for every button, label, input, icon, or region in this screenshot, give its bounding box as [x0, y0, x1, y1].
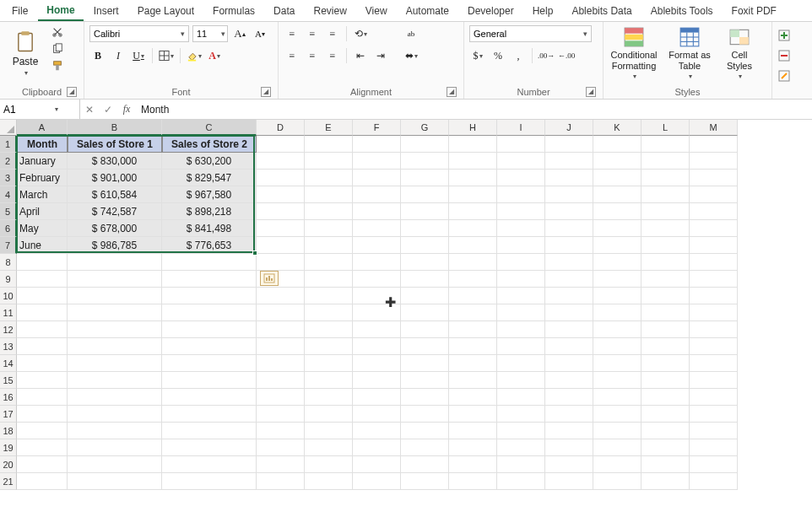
- column-header[interactable]: G: [401, 120, 449, 136]
- tab-home[interactable]: Home: [38, 1, 83, 21]
- cell[interactable]: [545, 439, 593, 456]
- cell[interactable]: [353, 203, 401, 220]
- cell[interactable]: [17, 423, 68, 439]
- cell[interactable]: May: [17, 220, 68, 237]
- cell[interactable]: [593, 389, 641, 406]
- row-header[interactable]: 12: [0, 321, 17, 338]
- cell[interactable]: [353, 220, 401, 237]
- cell[interactable]: [257, 473, 305, 490]
- cell[interactable]: [305, 389, 353, 406]
- cell[interactable]: [305, 170, 353, 186]
- row-header[interactable]: 14: [0, 355, 17, 372]
- enter-formula-icon[interactable]: ✓: [99, 104, 117, 116]
- cell[interactable]: [449, 355, 497, 372]
- cell[interactable]: [162, 254, 257, 271]
- cell[interactable]: [257, 321, 305, 338]
- cell[interactable]: [162, 355, 257, 372]
- cell[interactable]: [690, 321, 738, 338]
- cell[interactable]: [401, 170, 449, 186]
- tab-file[interactable]: File: [3, 2, 36, 20]
- accounting-format-button[interactable]: $▾: [469, 47, 486, 64]
- tab-foxit-pdf[interactable]: Foxit PDF: [723, 2, 785, 20]
- tab-view[interactable]: View: [357, 2, 396, 20]
- cell[interactable]: [641, 389, 690, 406]
- quick-analysis-button[interactable]: [260, 271, 279, 286]
- cell[interactable]: [17, 355, 68, 372]
- cell[interactable]: $ 841,498: [162, 220, 257, 237]
- cell[interactable]: [68, 304, 162, 321]
- cell[interactable]: [257, 389, 305, 406]
- cell[interactable]: [641, 406, 690, 423]
- format-painter-button[interactable]: [51, 59, 64, 73]
- cell[interactable]: [401, 372, 449, 389]
- cell[interactable]: [497, 372, 545, 389]
- tab-developer[interactable]: Developer: [459, 2, 522, 20]
- cell[interactable]: [353, 321, 401, 338]
- cell[interactable]: [690, 237, 738, 254]
- cell[interactable]: [545, 355, 593, 372]
- cell[interactable]: [690, 170, 738, 186]
- cell[interactable]: [449, 439, 497, 456]
- row-header[interactable]: 11: [0, 304, 17, 321]
- cell[interactable]: [305, 136, 353, 153]
- cell[interactable]: [593, 271, 641, 288]
- cell[interactable]: [305, 237, 353, 254]
- cell[interactable]: [593, 220, 641, 237]
- row-header[interactable]: 16: [0, 389, 17, 406]
- chevron-down-icon[interactable]: ▾: [219, 30, 227, 38]
- increase-decimal-button[interactable]: .00→: [538, 47, 555, 64]
- cell[interactable]: [353, 406, 401, 423]
- cell[interactable]: [593, 372, 641, 389]
- cell[interactable]: $ 610,584: [68, 186, 162, 203]
- cell[interactable]: [257, 136, 305, 153]
- cell[interactable]: [497, 136, 545, 153]
- cell[interactable]: [690, 473, 738, 490]
- column-header[interactable]: D: [257, 120, 305, 136]
- cell[interactable]: [690, 423, 738, 439]
- cell[interactable]: [401, 423, 449, 439]
- cell[interactable]: [641, 254, 690, 271]
- cell[interactable]: Sales of Store 2: [162, 136, 257, 153]
- cell[interactable]: [593, 237, 641, 254]
- cell[interactable]: [593, 203, 641, 220]
- cell[interactable]: [449, 136, 497, 153]
- chevron-down-icon[interactable]: ▾: [55, 105, 58, 113]
- cell[interactable]: [641, 186, 690, 203]
- cell[interactable]: [593, 423, 641, 439]
- cell[interactable]: [641, 237, 690, 254]
- cell[interactable]: [545, 304, 593, 321]
- row-header[interactable]: 5: [0, 203, 17, 220]
- paste-button[interactable]: Paste ▾: [5, 25, 46, 81]
- row-header[interactable]: 13: [0, 338, 17, 355]
- alignment-launcher[interactable]: ◢: [447, 87, 457, 97]
- cell[interactable]: [353, 439, 401, 456]
- cell[interactable]: [593, 338, 641, 355]
- cell[interactable]: Month: [17, 136, 68, 153]
- cell[interactable]: [641, 271, 690, 288]
- cell[interactable]: [353, 355, 401, 372]
- cell[interactable]: [17, 288, 68, 304]
- cell[interactable]: [449, 203, 497, 220]
- cell[interactable]: [305, 321, 353, 338]
- cell[interactable]: [257, 338, 305, 355]
- cell[interactable]: [497, 355, 545, 372]
- bold-button[interactable]: B: [89, 47, 106, 64]
- cell[interactable]: [690, 304, 738, 321]
- cell[interactable]: [162, 321, 257, 338]
- cell[interactable]: [545, 237, 593, 254]
- cell[interactable]: [353, 237, 401, 254]
- row-header[interactable]: 4: [0, 186, 17, 203]
- cell[interactable]: [449, 186, 497, 203]
- cell[interactable]: [449, 153, 497, 170]
- cell[interactable]: [690, 389, 738, 406]
- cell[interactable]: [401, 406, 449, 423]
- cell[interactable]: [545, 456, 593, 473]
- row-header[interactable]: 19: [0, 439, 17, 456]
- borders-button[interactable]: ▾: [158, 47, 175, 64]
- cell[interactable]: Sales of Store 1: [68, 136, 162, 153]
- cell[interactable]: [545, 220, 593, 237]
- cell[interactable]: [257, 406, 305, 423]
- cell[interactable]: [641, 338, 690, 355]
- column-header[interactable]: F: [353, 120, 401, 136]
- cell[interactable]: [401, 237, 449, 254]
